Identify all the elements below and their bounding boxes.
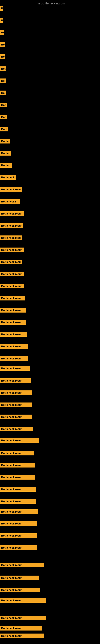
bar-item: B — [0, 6, 3, 12]
bar-item: Bottleneck result — [0, 616, 46, 621]
bar-item: Bottleneck result — [0, 463, 35, 468]
bar-label: Bottleneck result — [0, 563, 44, 567]
bar-item: Bottleneck result — [0, 402, 32, 408]
bar-label: Bottleneck result — [0, 634, 44, 638]
bar-item: Bottle — [0, 151, 11, 156]
bar-item: Bottleneck result — [0, 499, 36, 504]
bar-label: Bo — [0, 30, 4, 35]
bar-label: Bottleneck result — [0, 248, 24, 252]
bar-item: Bottleneck result — [0, 296, 25, 301]
bar-item: Bottleneck result — [0, 427, 33, 432]
bar-item: Bottleneck result — [0, 521, 37, 527]
bar-label: Bottleneck result — [0, 533, 37, 538]
bar-label: Bo — [0, 90, 6, 95]
bar-label: Bottleneck result — [0, 509, 38, 514]
bar-label: Bottleneck resu — [0, 260, 22, 264]
bar-item: Bottleneck result — [0, 533, 37, 539]
bar-label: Bottleneck result — [0, 521, 37, 526]
bar-label: Bo — [0, 54, 5, 59]
bar-label: Bottleneck result — [0, 344, 28, 349]
bar-label: Bottleneck resu — [0, 187, 22, 192]
bar-item: Bottleneck result — [0, 272, 24, 277]
bar-label: Bottleneck result — [0, 626, 42, 630]
bar-label: Bottleneck result — [0, 616, 46, 620]
bar-item: Bottleneck result — [0, 378, 31, 384]
bar-label: Bott — [0, 115, 7, 119]
bar-item: Bottleneck result — [0, 224, 23, 229]
bar-item: Bottleneck r — [0, 199, 20, 205]
bar-item: Bottleneck result — [0, 390, 32, 396]
bar-item: Bottler — [0, 163, 12, 168]
bar-label: Bottleneck result — [0, 378, 31, 383]
bar-label: Bottleneck result — [0, 272, 24, 276]
bar-label: Bottler — [0, 163, 12, 168]
bar-label: Bottleneck result — [0, 475, 35, 480]
bar-item: Bottleneck result — [0, 598, 46, 604]
bar-label: Bottleneck result — [0, 451, 34, 456]
bar-label: Bottleneck result — [0, 598, 46, 603]
bar-item: Bottleneck result — [0, 356, 28, 362]
bar-label: Bottleneck result — [0, 332, 27, 337]
bar-label: Bot — [0, 66, 6, 71]
bar-item: Bottleneck result — [0, 451, 34, 456]
bar-label: Bottleneck result — [0, 308, 26, 312]
bar-item: Bo — [0, 78, 6, 84]
bar-item: Bottleneck result — [0, 546, 37, 551]
bar-item: Bottleneck result — [0, 634, 44, 639]
bar-label: Bottleneck result — [0, 224, 23, 228]
bar-label: Bottleneck result — [0, 284, 24, 288]
bar-label: Bottleneck result — [0, 427, 33, 431]
bar-item: Bottleneck result — [0, 576, 39, 581]
bar-item: Bot — [0, 103, 7, 108]
bar-item: Bot — [0, 66, 6, 72]
bar-label: Bottleneck result — [0, 499, 36, 504]
bar-item: Bottleneck result — [0, 563, 44, 568]
bar-item: Bottle — [0, 139, 10, 144]
bar-label: Bo — [0, 78, 6, 83]
bar-item: Bo — [0, 90, 6, 96]
bar-item: Bo — [0, 42, 5, 48]
bar-label: Bottleneck result — [0, 402, 32, 407]
bar-item: Bottleneck result — [0, 487, 36, 492]
bar-label: Bottleneck result — [0, 414, 32, 419]
bar-item: Bo — [0, 30, 4, 36]
bar-label: Bottl — [0, 127, 8, 132]
bar-item: Bottleneck result — [0, 438, 39, 444]
bar-label: Bottleneck result — [0, 463, 35, 468]
bar-item: Bottleneck — [0, 175, 16, 180]
bar-item: Bottleneck result — [0, 475, 35, 480]
bar-label: Bottleneck result — [0, 211, 24, 216]
bar-label: B — [0, 18, 3, 23]
bar-label: Bottleneck result — [0, 576, 39, 580]
bar-label: Bottleneck result — [0, 296, 25, 300]
bar-item: Bottleneck result — [0, 284, 24, 289]
bar-label: B — [0, 6, 3, 11]
bar-item: Bottleneck result — [0, 626, 42, 631]
bar-label: Bottleneck — [0, 175, 16, 180]
bar-item: Bott — [0, 115, 7, 120]
bar-label: Bot — [0, 103, 7, 107]
bar-item: Bottleneck result — [0, 320, 26, 326]
bar-item: Bottleneck result — [0, 509, 38, 515]
bar-item: Bottleneck resu — [0, 260, 22, 265]
bar-item: Bottleneck result — [0, 588, 40, 593]
bar-item: Bottleneck result — [0, 248, 24, 253]
bar-label: Bottle — [0, 151, 11, 156]
bar-item: Bottleneck result — [0, 414, 32, 420]
bar-label: Bottleneck result — [0, 546, 37, 550]
bar-label: Bottleneck result — [0, 588, 40, 592]
bar-item: Bottleneck resu — [0, 187, 22, 192]
bar-item: Bo — [0, 54, 5, 60]
bar-item: Bottleneck result — [0, 332, 27, 338]
bar-item: Bottl — [0, 127, 8, 132]
bar-label: Bottleneck result — [0, 366, 30, 371]
bar-item: Bottleneck result — [0, 308, 26, 313]
bar-label: Bottleneck result — [0, 438, 39, 443]
bar-label: Bottleneck result — [0, 390, 32, 395]
bar-item: Bottleneck result — [0, 211, 24, 217]
bar-label: Bottleneck result — [0, 356, 28, 361]
bar-label: Bo — [0, 42, 5, 47]
bar-item: Bottleneck result — [0, 366, 30, 372]
site-title: TheBottlenecker.com — [0, 0, 100, 7]
bar-item: B — [0, 18, 3, 24]
